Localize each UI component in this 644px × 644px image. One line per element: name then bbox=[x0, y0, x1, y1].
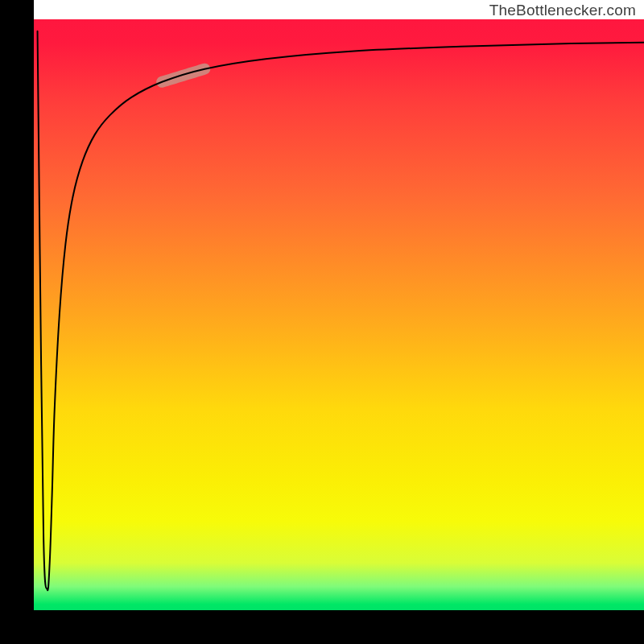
x-axis-band bbox=[0, 610, 644, 644]
attribution-strip: TheBottlenecker.com bbox=[34, 0, 644, 19]
bottleneck-curve bbox=[38, 31, 644, 591]
plot-svg bbox=[34, 19, 644, 610]
chart-stage: TheBottlenecker.com bbox=[0, 0, 644, 644]
plot-area bbox=[34, 19, 644, 610]
attribution-text: TheBottlenecker.com bbox=[489, 2, 636, 19]
y-axis-band bbox=[0, 0, 34, 644]
